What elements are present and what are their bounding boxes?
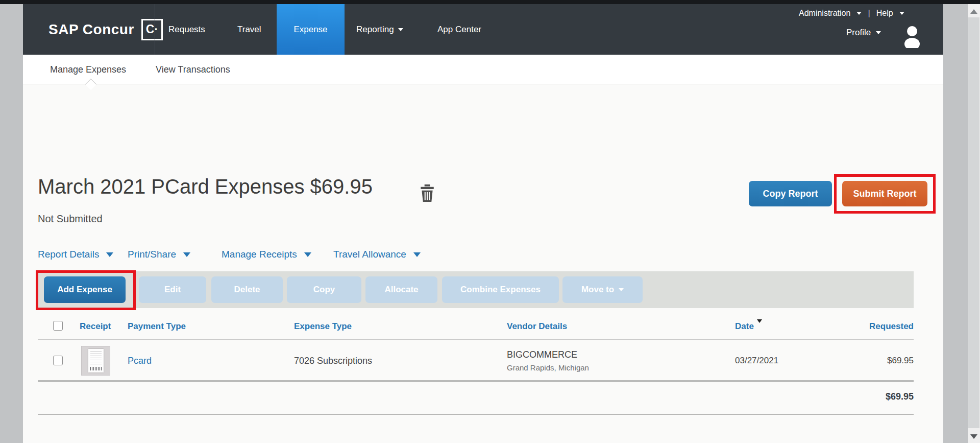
payment-type-link[interactable]: Pcard	[128, 356, 152, 366]
page-title: March 2021 PCard Expenses $69.95	[38, 175, 373, 198]
chevron-down-icon[interactable]	[856, 12, 862, 15]
submit-report-highlight-box	[834, 174, 936, 214]
profile-menu[interactable]: Profile	[846, 28, 881, 38]
chevron-down-icon	[876, 31, 881, 34]
main-content: March 2021 PCard Expenses $69.95 Not Sub…	[23, 84, 943, 443]
date-cell: 03/27/2021	[735, 356, 778, 366]
trash-icon[interactable]	[420, 184, 434, 204]
sort-desc-icon	[757, 319, 762, 323]
header-divider	[38, 339, 914, 340]
nav-item-app-center[interactable]: App Center	[437, 4, 481, 55]
chevron-down-icon	[619, 288, 624, 291]
screen: SAP Concur C· Requests Travel Expense Re…	[0, 0, 980, 443]
chevron-down-icon	[304, 252, 311, 257]
nav-item-label: Reporting	[356, 25, 394, 35]
nav-item-label: Requests	[168, 25, 205, 35]
scrollbar-thumb[interactable]	[968, 17, 979, 428]
tab-manage-expenses[interactable]: Manage Expenses	[50, 55, 126, 84]
expense-type-cell: 7026 Subscriptions	[294, 356, 372, 366]
header-label: Date	[735, 321, 754, 332]
button-label: Combine Expenses	[460, 285, 541, 295]
menu-label: Print/Share	[128, 249, 176, 260]
nav-item-reporting[interactable]: Reporting	[356, 4, 403, 55]
help-menu[interactable]: Help	[876, 9, 893, 18]
requested-amount-cell: $69.95	[819, 356, 914, 366]
receipt-text-lines	[90, 352, 102, 365]
copy-button[interactable]: Copy	[287, 276, 361, 303]
column-header-expense-type[interactable]: Expense Type	[294, 321, 352, 332]
vendor-location-cell: Grand Rapids, Michigan	[507, 363, 589, 372]
nav-item-label: Travel	[237, 25, 261, 35]
brand-name: SAP Concur	[48, 21, 134, 38]
button-label: Add Expense	[57, 285, 112, 295]
menu-label: Manage Receipts	[222, 249, 297, 260]
nav-item-expense-active[interactable]: Expense	[277, 4, 345, 55]
row-divider	[38, 380, 914, 382]
nav-utility-row: Administration | Help	[799, 8, 904, 18]
nav-item-travel[interactable]: Travel	[237, 4, 261, 55]
copy-report-button[interactable]: Copy Report	[749, 181, 832, 206]
top-navigation-bar: SAP Concur C· Requests Travel Expense Re…	[23, 4, 943, 55]
combine-expenses-button[interactable]: Combine Expenses	[442, 276, 559, 303]
total-divider	[38, 414, 914, 415]
tab-label: View Transactions	[156, 64, 230, 75]
nav-item-label: Expense	[293, 25, 327, 35]
menu-label: Report Details	[38, 249, 99, 260]
chevron-down-icon	[106, 252, 113, 257]
vendor-name-cell: BIGCOMMERCE	[507, 349, 577, 360]
vertical-scrollbar[interactable]	[968, 4, 980, 443]
allocate-button[interactable]: Allocate	[365, 276, 437, 303]
column-header-payment-type[interactable]: Payment Type	[128, 321, 186, 332]
receipt-image	[88, 349, 104, 372]
concur-logo-icon: C·	[141, 19, 163, 40]
print-share-menu[interactable]: Print/Share	[128, 249, 190, 260]
button-label: Move to	[581, 285, 614, 295]
column-header-vendor-details[interactable]: Vendor Details	[507, 321, 567, 332]
report-details-menu[interactable]: Report Details	[38, 249, 113, 260]
button-label: Copy	[313, 285, 335, 295]
delete-button[interactable]: Delete	[211, 276, 283, 303]
separator: |	[868, 8, 870, 18]
button-label: Edit	[164, 285, 181, 295]
column-header-date[interactable]: Date	[735, 321, 762, 332]
sap-concur-logo[interactable]: SAP Concur C·	[48, 4, 163, 55]
button-label: Allocate	[384, 285, 418, 295]
user-avatar-icon[interactable]	[902, 25, 922, 48]
total-amount: $69.95	[819, 391, 914, 402]
scroll-up-arrow-icon[interactable]	[970, 9, 977, 14]
nav-divider	[155, 4, 155, 55]
button-label: Delete	[234, 285, 260, 295]
nav-item-label: App Center	[437, 25, 481, 35]
chevron-down-icon	[398, 28, 403, 31]
row-checkbox[interactable]	[53, 356, 63, 365]
scroll-down-arrow-icon[interactable]	[970, 434, 977, 439]
manage-receipts-menu[interactable]: Manage Receipts	[222, 249, 311, 260]
column-header-requested[interactable]: Requested	[819, 321, 914, 332]
move-to-button[interactable]: Move to	[562, 276, 643, 303]
chevron-down-icon	[183, 252, 190, 257]
app-container: SAP Concur C· Requests Travel Expense Re…	[23, 4, 943, 443]
tab-label: Manage Expenses	[50, 64, 126, 75]
chevron-down-icon[interactable]	[899, 12, 904, 15]
travel-allowance-menu[interactable]: Travel Allowance	[333, 249, 421, 260]
window-top-edge	[0, 0, 980, 4]
select-all-checkbox[interactable]	[53, 321, 63, 331]
report-status: Not Submitted	[38, 213, 103, 225]
secondary-navigation-bar: Manage Expenses View Transactions	[23, 55, 943, 84]
receipt-thumbnail[interactable]	[81, 346, 110, 376]
add-expense-button[interactable]: Add Expense	[44, 276, 126, 303]
receipt-barcode	[90, 367, 102, 370]
menu-label: Travel Allowance	[333, 249, 406, 260]
administration-menu[interactable]: Administration	[799, 9, 850, 18]
nav-item-requests[interactable]: Requests	[168, 4, 205, 55]
button-label: Copy Report	[763, 189, 818, 199]
chevron-down-icon	[413, 252, 421, 257]
edit-button[interactable]: Edit	[139, 276, 206, 303]
tab-view-transactions[interactable]: View Transactions	[156, 55, 230, 84]
column-header-receipt[interactable]: Receipt	[80, 321, 111, 332]
profile-label: Profile	[846, 28, 871, 38]
